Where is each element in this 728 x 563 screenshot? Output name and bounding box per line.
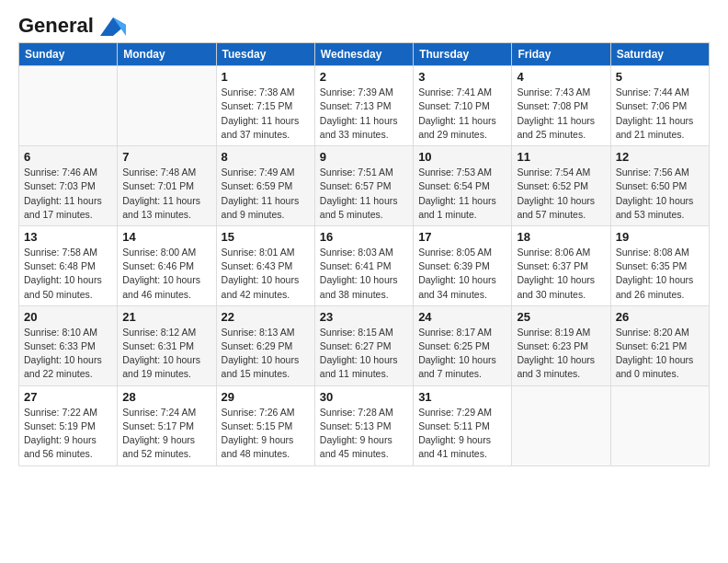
calendar-cell: 20Sunrise: 8:10 AM Sunset: 6:33 PM Dayli…: [19, 305, 118, 385]
day-number: 28: [122, 390, 210, 404]
day-number: 1: [222, 70, 310, 84]
day-info: Sunrise: 7:22 AM Sunset: 5:19 PM Dayligh…: [24, 406, 112, 462]
column-header-saturday: Saturday: [610, 43, 709, 66]
day-number: 24: [418, 310, 506, 324]
day-info: Sunrise: 8:19 AM Sunset: 6:23 PM Dayligh…: [517, 326, 605, 382]
calendar-cell: 18Sunrise: 8:06 AM Sunset: 6:37 PM Dayli…: [512, 225, 610, 305]
day-info: Sunrise: 7:46 AM Sunset: 7:03 PM Dayligh…: [24, 166, 112, 222]
day-number: 17: [418, 230, 506, 244]
calendar-cell: 7Sunrise: 7:48 AM Sunset: 7:01 PM Daylig…: [118, 146, 216, 226]
calendar-cell: 17Sunrise: 8:05 AM Sunset: 6:39 PM Dayli…: [414, 225, 512, 305]
day-info: Sunrise: 8:03 AM Sunset: 6:41 PM Dayligh…: [320, 246, 408, 302]
calendar-cell: [118, 66, 216, 146]
day-number: 5: [616, 70, 704, 84]
day-number: 10: [418, 150, 506, 164]
calendar-cell: 15Sunrise: 8:01 AM Sunset: 6:43 PM Dayli…: [216, 225, 314, 305]
day-number: 8: [222, 150, 310, 164]
week-row-1: 1Sunrise: 7:38 AM Sunset: 7:15 PM Daylig…: [19, 66, 710, 146]
column-header-monday: Monday: [118, 43, 216, 66]
day-number: 14: [122, 230, 210, 244]
day-number: 25: [517, 310, 605, 324]
calendar-cell: 23Sunrise: 8:15 AM Sunset: 6:27 PM Dayli…: [314, 305, 413, 385]
calendar-cell: 16Sunrise: 8:03 AM Sunset: 6:41 PM Dayli…: [314, 225, 413, 305]
day-info: Sunrise: 7:48 AM Sunset: 7:01 PM Dayligh…: [122, 166, 210, 222]
day-info: Sunrise: 8:17 AM Sunset: 6:25 PM Dayligh…: [418, 326, 506, 382]
calendar-cell: [610, 385, 709, 465]
calendar-header-row: SundayMondayTuesdayWednesdayThursdayFrid…: [19, 43, 710, 66]
day-info: Sunrise: 7:56 AM Sunset: 6:50 PM Dayligh…: [616, 166, 704, 222]
day-info: Sunrise: 8:13 AM Sunset: 6:29 PM Dayligh…: [222, 326, 310, 382]
day-info: Sunrise: 8:15 AM Sunset: 6:27 PM Dayligh…: [320, 326, 408, 382]
calendar-cell: 14Sunrise: 8:00 AM Sunset: 6:46 PM Dayli…: [118, 225, 216, 305]
day-info: Sunrise: 8:06 AM Sunset: 6:37 PM Dayligh…: [517, 246, 605, 302]
logo-text: General: [18, 15, 127, 37]
calendar-cell: 22Sunrise: 8:13 AM Sunset: 6:29 PM Dayli…: [216, 305, 314, 385]
week-row-5: 27Sunrise: 7:22 AM Sunset: 5:19 PM Dayli…: [19, 385, 710, 465]
calendar-cell: 5Sunrise: 7:44 AM Sunset: 7:06 PM Daylig…: [610, 66, 709, 146]
calendar-cell: 11Sunrise: 7:54 AM Sunset: 6:52 PM Dayli…: [512, 146, 610, 226]
day-info: Sunrise: 7:49 AM Sunset: 6:59 PM Dayligh…: [222, 166, 310, 222]
day-info: Sunrise: 7:43 AM Sunset: 7:08 PM Dayligh…: [517, 86, 605, 142]
day-info: Sunrise: 8:20 AM Sunset: 6:21 PM Dayligh…: [616, 326, 704, 382]
calendar-cell: 29Sunrise: 7:26 AM Sunset: 5:15 PM Dayli…: [216, 385, 314, 465]
day-number: 15: [222, 230, 310, 244]
day-info: Sunrise: 7:39 AM Sunset: 7:13 PM Dayligh…: [320, 86, 408, 142]
calendar-cell: 27Sunrise: 7:22 AM Sunset: 5:19 PM Dayli…: [19, 385, 118, 465]
day-info: Sunrise: 7:51 AM Sunset: 6:57 PM Dayligh…: [320, 166, 408, 222]
day-info: Sunrise: 8:05 AM Sunset: 6:39 PM Dayligh…: [418, 246, 506, 302]
week-row-2: 6Sunrise: 7:46 AM Sunset: 7:03 PM Daylig…: [19, 146, 710, 226]
day-info: Sunrise: 7:29 AM Sunset: 5:11 PM Dayligh…: [418, 406, 506, 462]
day-number: 2: [320, 70, 408, 84]
column-header-wednesday: Wednesday: [314, 43, 413, 66]
calendar-cell: 28Sunrise: 7:24 AM Sunset: 5:17 PM Dayli…: [118, 385, 216, 465]
week-row-3: 13Sunrise: 7:58 AM Sunset: 6:48 PM Dayli…: [19, 225, 710, 305]
day-info: Sunrise: 7:44 AM Sunset: 7:06 PM Dayligh…: [616, 86, 704, 142]
day-info: Sunrise: 8:10 AM Sunset: 6:33 PM Dayligh…: [24, 326, 112, 382]
day-number: 23: [320, 310, 408, 324]
day-number: 16: [320, 230, 408, 244]
logo: General: [18, 15, 127, 33]
day-number: 18: [517, 230, 605, 244]
calendar-cell: 21Sunrise: 8:12 AM Sunset: 6:31 PM Dayli…: [118, 305, 216, 385]
day-number: 6: [24, 150, 112, 164]
calendar-cell: [512, 385, 610, 465]
column-header-friday: Friday: [512, 43, 610, 66]
column-header-thursday: Thursday: [414, 43, 512, 66]
calendar-cell: 13Sunrise: 7:58 AM Sunset: 6:48 PM Dayli…: [19, 225, 118, 305]
day-number: 29: [222, 390, 310, 404]
column-header-tuesday: Tuesday: [216, 43, 314, 66]
day-info: Sunrise: 8:01 AM Sunset: 6:43 PM Dayligh…: [222, 246, 310, 302]
day-info: Sunrise: 7:54 AM Sunset: 6:52 PM Dayligh…: [517, 166, 605, 222]
day-number: 22: [222, 310, 310, 324]
calendar-cell: 24Sunrise: 8:17 AM Sunset: 6:25 PM Dayli…: [414, 305, 512, 385]
calendar-cell: 25Sunrise: 8:19 AM Sunset: 6:23 PM Dayli…: [512, 305, 610, 385]
day-number: 30: [320, 390, 408, 404]
day-number: 3: [418, 70, 506, 84]
page-header: General: [18, 15, 710, 33]
calendar-cell: 19Sunrise: 8:08 AM Sunset: 6:35 PM Dayli…: [610, 225, 709, 305]
calendar-cell: 12Sunrise: 7:56 AM Sunset: 6:50 PM Dayli…: [610, 146, 709, 226]
calendar-body: 1Sunrise: 7:38 AM Sunset: 7:15 PM Daylig…: [19, 66, 710, 465]
calendar-cell: 31Sunrise: 7:29 AM Sunset: 5:11 PM Dayli…: [414, 385, 512, 465]
day-number: 19: [616, 230, 704, 244]
calendar-cell: 6Sunrise: 7:46 AM Sunset: 7:03 PM Daylig…: [19, 146, 118, 226]
calendar-cell: 10Sunrise: 7:53 AM Sunset: 6:54 PM Dayli…: [414, 146, 512, 226]
day-number: 4: [517, 70, 605, 84]
day-info: Sunrise: 8:12 AM Sunset: 6:31 PM Dayligh…: [122, 326, 210, 382]
day-info: Sunrise: 7:53 AM Sunset: 6:54 PM Dayligh…: [418, 166, 506, 222]
day-info: Sunrise: 7:28 AM Sunset: 5:13 PM Dayligh…: [320, 406, 408, 462]
week-row-4: 20Sunrise: 8:10 AM Sunset: 6:33 PM Dayli…: [19, 305, 710, 385]
calendar-cell: 26Sunrise: 8:20 AM Sunset: 6:21 PM Dayli…: [610, 305, 709, 385]
day-number: 12: [616, 150, 704, 164]
calendar-cell: 9Sunrise: 7:51 AM Sunset: 6:57 PM Daylig…: [314, 146, 413, 226]
day-number: 21: [122, 310, 210, 324]
calendar-cell: 1Sunrise: 7:38 AM Sunset: 7:15 PM Daylig…: [216, 66, 314, 146]
calendar-cell: 4Sunrise: 7:43 AM Sunset: 7:08 PM Daylig…: [512, 66, 610, 146]
calendar-cell: 8Sunrise: 7:49 AM Sunset: 6:59 PM Daylig…: [216, 146, 314, 226]
day-info: Sunrise: 7:24 AM Sunset: 5:17 PM Dayligh…: [122, 406, 210, 462]
calendar-cell: 30Sunrise: 7:28 AM Sunset: 5:13 PM Dayli…: [314, 385, 413, 465]
day-number: 7: [122, 150, 210, 164]
day-number: 27: [24, 390, 112, 404]
day-number: 13: [24, 230, 112, 244]
day-number: 31: [418, 390, 506, 404]
